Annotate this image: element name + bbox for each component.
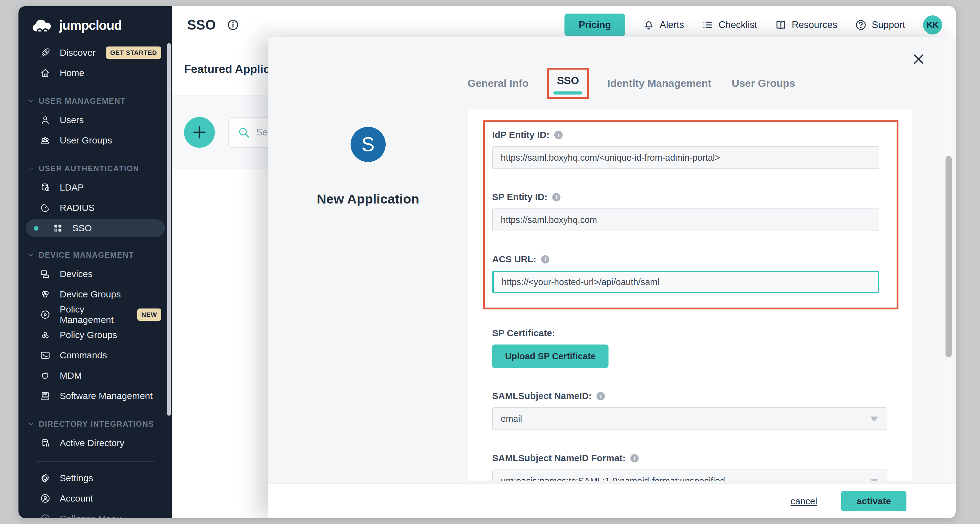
sso-grid-icon — [52, 223, 63, 233]
add-application-button[interactable] — [184, 117, 215, 148]
application-config: General Info SSO Identity Management Use… — [468, 37, 912, 483]
sidebar-section-directory-integrations[interactable]: DIRECTORY INTEGRATIONS — [19, 420, 172, 428]
sidebar-item-collapse-menu[interactable]: Collapse Menu — [19, 509, 172, 518]
sidebar-item-policy-management[interactable]: Policy Management NEW — [19, 304, 172, 325]
info-icon[interactable]: i — [541, 255, 549, 264]
field-saml-subject-nameid-format: SAMLSubject NameID Format: i urn:oasis:n… — [492, 453, 887, 481]
home-icon — [40, 68, 51, 78]
field-acs-url: ACS URL: i — [492, 254, 879, 293]
alerts-button[interactable]: Alerts — [643, 19, 684, 31]
info-icon[interactable] — [227, 19, 239, 31]
modal-tabs: General Info SSO Identity Management Use… — [468, 75, 912, 92]
user-group-icon — [40, 135, 51, 146]
tab-general-info[interactable]: General Info — [468, 77, 528, 89]
support-button[interactable]: Support — [855, 19, 905, 31]
sidebar-item-label: Devices — [60, 269, 93, 279]
field-sp-certificate: SP Certificate: Upload SP Certificate — [492, 328, 887, 368]
sidebar-item-mdm[interactable]: MDM — [19, 365, 172, 386]
sidebar-item-label: MDM — [60, 370, 82, 381]
sidebar-item-software-management[interactable]: Software Management — [19, 386, 172, 406]
sidebar-item-settings[interactable]: Settings — [19, 468, 172, 488]
sidebar-item-device-groups[interactable]: Device Groups — [19, 284, 172, 304]
catalog-heading: Featured Applica — [184, 63, 276, 76]
chevron-down-icon — [28, 421, 35, 428]
upload-sp-certificate-button[interactable]: Upload SP Certificate — [492, 344, 608, 368]
radius-icon — [40, 202, 51, 213]
application-icon: S — [351, 127, 386, 162]
saml-subject-nameid-select[interactable]: email — [492, 407, 887, 430]
field-label: SP Entity ID: — [492, 192, 547, 202]
jumpcloud-cloud-icon — [32, 18, 54, 33]
sidebar-section-user-management[interactable]: USER MANAGEMENT — [19, 97, 172, 106]
sidebar-item-commands[interactable]: Commands — [19, 345, 172, 365]
header-actions: Pricing Alerts Checklist Resources Suppo… — [565, 14, 942, 36]
bell-icon — [643, 19, 655, 31]
chevron-down-icon — [28, 98, 35, 105]
sidebar-item-label: Device Groups — [60, 289, 121, 299]
policy-icon — [40, 309, 51, 320]
rocket-icon — [40, 48, 51, 58]
field-saml-subject-nameid: SAMLSubject NameID: i email — [492, 391, 887, 430]
sidebar-item-label: Discover — [60, 48, 96, 58]
avatar[interactable]: KK — [923, 15, 942, 35]
annotation-highlight-box: IdP Entity ID: i SP Entity ID: i — [483, 120, 899, 309]
new-badge: NEW — [137, 309, 162, 321]
pricing-button[interactable]: Pricing — [565, 14, 625, 36]
saml-subject-nameid-format-select[interactable]: urn:oasis:names:tc:SAML:1.0:nameid-forma… — [492, 470, 887, 481]
field-label: ACS URL: — [492, 254, 536, 264]
book-icon — [775, 19, 787, 31]
activate-button[interactable]: activate — [841, 491, 907, 511]
modal-footer: cancel activate — [268, 483, 956, 518]
info-icon[interactable]: i — [552, 193, 560, 201]
sidebar-item-policy-groups[interactable]: Policy Groups — [19, 325, 172, 345]
acs-url-input[interactable] — [492, 271, 879, 293]
sidebar-item-sso[interactable]: SSO — [26, 219, 165, 237]
modal-scrollbar[interactable] — [945, 38, 953, 482]
sidebar-section-device-management[interactable]: DEVICE MANAGEMENT — [19, 251, 172, 260]
modal-scrollbar-thumb[interactable] — [945, 156, 952, 357]
close-icon[interactable] — [912, 52, 926, 67]
sidebar-item-user-groups[interactable]: User Groups — [19, 130, 172, 151]
chevron-down-icon — [28, 252, 35, 259]
sp-entity-id-input[interactable] — [492, 209, 879, 231]
application-summary: S New Application — [268, 37, 468, 207]
resources-button[interactable]: Resources — [775, 19, 837, 31]
info-icon[interactable]: i — [597, 392, 605, 400]
info-icon[interactable]: i — [630, 454, 639, 462]
application-name: New Application — [268, 191, 468, 207]
logo-text: jumpcloud — [59, 18, 122, 33]
sidebar-scrollbar[interactable] — [167, 43, 171, 416]
sidebar-item-active-directory[interactable]: Active Directory — [19, 433, 172, 453]
tab-user-groups[interactable]: User Groups — [732, 77, 795, 89]
jumpcloud-logo[interactable]: jumpcloud — [19, 6, 172, 43]
checklist-button[interactable]: Checklist — [702, 19, 757, 31]
app-window: jumpcloud Discover GET STARTED Home USER… — [19, 6, 956, 518]
idp-entity-id-input[interactable] — [492, 146, 879, 169]
sidebar-item-devices[interactable]: Devices — [19, 264, 172, 284]
sidebar-section-user-authentication[interactable]: USER AUTHENTICATION — [19, 164, 172, 173]
sidebar-item-label: LDAP — [60, 182, 84, 193]
caret-down-icon — [870, 479, 878, 481]
sidebar-item-label: Policy Groups — [60, 330, 117, 340]
sidebar-item-radius[interactable]: RADIUS — [19, 197, 172, 218]
sidebar-item-label: User Groups — [60, 135, 112, 146]
sidebar-item-account[interactable]: Account — [19, 488, 172, 509]
sidebar-item-users[interactable]: Users — [19, 110, 172, 130]
sidebar-item-discover[interactable]: Discover GET STARTED — [19, 43, 172, 63]
cancel-button[interactable]: cancel — [791, 496, 818, 506]
question-circle-icon — [855, 19, 867, 31]
tab-sso[interactable]: SSO — [549, 70, 587, 97]
field-label: SP Certificate: — [492, 328, 555, 338]
page-background: { "colors": { "accent_teal": "#41c7bc", … — [0, 0, 980, 524]
account-icon — [40, 493, 51, 504]
sidebar: jumpcloud Discover GET STARTED Home USER… — [19, 6, 172, 518]
software-icon — [40, 391, 51, 401]
tab-identity-management[interactable]: Identity Management — [607, 77, 711, 89]
apple-mdm-icon — [40, 370, 51, 381]
gear-icon — [40, 473, 51, 483]
sidebar-item-ldap[interactable]: LDAP — [19, 177, 172, 197]
info-icon[interactable]: i — [554, 131, 563, 139]
sidebar-nav: Discover GET STARTED Home USER MANAGEMEN… — [19, 43, 172, 518]
sidebar-item-home[interactable]: Home — [19, 63, 172, 83]
field-idp-entity-id: IdP Entity ID: i — [492, 130, 879, 169]
